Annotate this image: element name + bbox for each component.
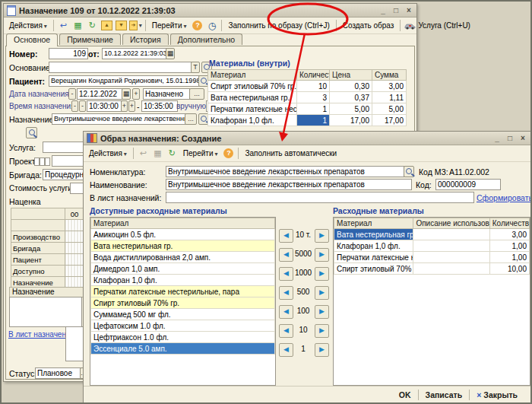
dialog-titlebar[interactable]: Образ назначения: Создание _ □ ×: [84, 132, 530, 145]
transfer-left-button[interactable]: ◀: [279, 324, 293, 338]
name-field[interactable]: Внутримышечное введение лекарственных пр…: [166, 179, 412, 190]
transfer-left-button[interactable]: ◀: [279, 229, 293, 243]
grid-cell[interactable]: [65, 231, 84, 243]
table-row[interactable]: Спирт этиловый 70% гр. 10,00: [334, 263, 530, 275]
column-header[interactable]: Цена: [330, 70, 372, 81]
time-plus2-button[interactable]: +: [128, 100, 135, 112]
tab-osnovnoe[interactable]: Основное: [6, 33, 58, 46]
help-button[interactable]: ?: [222, 148, 235, 160]
list-item[interactable]: Цефтриаксон 1.0 фл.: [91, 332, 275, 343]
transfer-left-button[interactable]: ◀: [279, 267, 293, 281]
list-item[interactable]: Вата нестерильная гр.: [91, 240, 275, 252]
transfer-left-button[interactable]: ◀: [279, 305, 293, 319]
go-button[interactable]: ➔▾: [129, 20, 142, 32]
column-header[interactable]: Описание использования: [413, 218, 489, 229]
date-minus-button[interactable]: -: [68, 88, 76, 100]
list-item[interactable]: Суммамед 500 мг фл.: [91, 309, 275, 320]
refresh-button[interactable]: ↻: [86, 20, 99, 32]
column-header[interactable]: Материал: [334, 218, 413, 229]
table-row[interactable]: Спирт этиловый 70% гр. 10 0,30 3,00: [208, 81, 407, 92]
help-button[interactable]: ?: [191, 20, 204, 32]
calendar-button[interactable]: ▦: [166, 48, 175, 59]
close-icon[interactable]: ×: [518, 134, 527, 143]
tab-dopolnitelno[interactable]: Дополнительно: [170, 33, 243, 45]
list-item selected[interactable]: Эссенциале 5.0 амп.: [91, 343, 275, 355]
project-flag-box[interactable]: [34, 157, 40, 166]
maximize-icon[interactable]: □: [505, 134, 515, 143]
list-item[interactable]: Клафоран 1,0 фл.: [91, 275, 275, 286]
grid-cell[interactable]: [65, 266, 84, 277]
time-minus-button[interactable]: -: [71, 100, 78, 112]
column-header[interactable]: Количество: [489, 218, 529, 229]
transfer-right-button[interactable]: ▶: [315, 267, 329, 281]
tab-istoriya[interactable]: История: [122, 33, 169, 45]
actions-menu-button[interactable]: Действия▾: [86, 148, 130, 159]
transfer-right-button[interactable]: ▶: [315, 305, 329, 319]
grid-cell[interactable]: [65, 254, 84, 266]
goto-menu-button[interactable]: Перейти▾: [180, 148, 221, 159]
table-row selected[interactable]: Вата нестерильная гр. 3,00: [334, 229, 530, 240]
available-materials-list[interactable]: Материал Амикоцин 0.5 фл. Вата нестериль…: [90, 217, 276, 386]
column-header[interactable]: Материал: [208, 70, 297, 81]
project-flag-box[interactable]: [40, 157, 45, 166]
transfer-right-button[interactable]: ▶: [315, 248, 329, 262]
list-item[interactable]: Вода дистиллированная 2,0 амп.: [91, 252, 275, 263]
purpose-field[interactable]: Внутримышечное введение лекарственных пр…: [52, 113, 187, 125]
generate-link[interactable]: Сформировать: [477, 193, 532, 202]
transfer-right-button[interactable]: ▶: [315, 324, 329, 338]
calendar-button[interactable]: ▦: [122, 88, 131, 100]
transfer-left-button[interactable]: ◀: [279, 248, 293, 262]
transfer-left-button[interactable]: ◀: [279, 343, 293, 357]
minimize-icon[interactable]: _: [492, 134, 502, 143]
selected-cell[interactable]: 1: [297, 115, 330, 126]
project-flag-box[interactable]: [45, 157, 50, 166]
status-field[interactable]: Плановое: [35, 367, 82, 379]
code-field[interactable]: 000000009: [435, 179, 501, 190]
table-row[interactable]: Перчатки латексные нестер… 1 5,00 5,00: [208, 103, 407, 115]
history-button[interactable]: ◷: [205, 20, 218, 32]
table-row[interactable]: Вата нестерильная гр. 3 0,37 1,11: [208, 92, 407, 103]
assigned-more-button[interactable]: ...: [189, 88, 204, 100]
transfer-right-button[interactable]: ▶: [315, 343, 329, 357]
table-row[interactable]: Перчатки латексные нест… 1,00: [334, 252, 530, 263]
table-row[interactable]: Клафоран 1,0 фл. 1 17,00 17,00: [208, 115, 407, 126]
fill-by-image-button[interactable]: Заполнить по образу (Ctrl+J): [225, 20, 332, 31]
time-to-field[interactable]: 10:35:00: [141, 100, 178, 112]
list-item[interactable]: Спирт этиловый 70% гр.: [91, 297, 275, 309]
purpose-panel-list[interactable]: [9, 297, 82, 327]
nomenclature-lookup-button[interactable]: [404, 166, 414, 177]
grid-cell[interactable]: [65, 243, 84, 254]
list-item[interactable]: Цефатоксим 1.0 фл.: [91, 320, 275, 332]
table-row[interactable]: Клафоран 1,0 фл. 1,00: [334, 240, 530, 252]
date-plus-button[interactable]: +: [132, 88, 140, 100]
folder-down-button[interactable]: ▼: [115, 20, 128, 32]
patient-field[interactable]: Верещагин Кондратий Родионович, 15.01.19…: [49, 75, 200, 87]
folder-up-button[interactable]: ▲: [100, 20, 113, 32]
transfer-left-button[interactable]: ◀: [279, 286, 293, 300]
tab-primechanie[interactable]: Примечание: [59, 33, 121, 45]
column-header[interactable]: Количест…: [297, 70, 330, 81]
list-item[interactable]: Перчатки латексные нестерильные, пара: [91, 286, 275, 297]
basis-field[interactable]: [49, 62, 193, 73]
create-image-button[interactable]: Создать образ: [340, 20, 397, 31]
goto-menu-button[interactable]: Перейти▾: [149, 20, 190, 31]
list-item[interactable]: Амикоцин 0.5 фл.: [91, 229, 275, 240]
datetime-field[interactable]: 10.12.2022 21:39:03: [102, 48, 169, 59]
purpose-more-button[interactable]: ...: [185, 113, 197, 125]
list-item[interactable]: Димедрол 1,0 амп.: [91, 263, 275, 275]
save-button[interactable]: Записать: [419, 389, 470, 401]
autofill-button[interactable]: Заполнить автоматически: [242, 148, 340, 159]
save-close-button[interactable]: ↩: [57, 20, 70, 32]
time-minus2-button[interactable]: -: [79, 100, 86, 112]
service-button[interactable]: Услуга (Ctrl+U): [418, 20, 473, 31]
transfer-right-button[interactable]: ▶: [315, 229, 329, 243]
post-button[interactable]: ▦: [71, 20, 84, 32]
main-titlebar[interactable]: Назначение 109 от 10.12.2022 21:39:03 _ …: [4, 4, 416, 17]
number-field[interactable]: 109: [49, 48, 88, 59]
time-from-field[interactable]: 10:30:00: [87, 100, 123, 112]
search-button[interactable]: [26, 127, 37, 138]
text-edit-button[interactable]: T: [191, 62, 200, 73]
transfer-right-button[interactable]: ▶: [315, 286, 329, 300]
maximize-icon[interactable]: □: [391, 6, 401, 15]
close-icon[interactable]: ×: [404, 6, 413, 15]
